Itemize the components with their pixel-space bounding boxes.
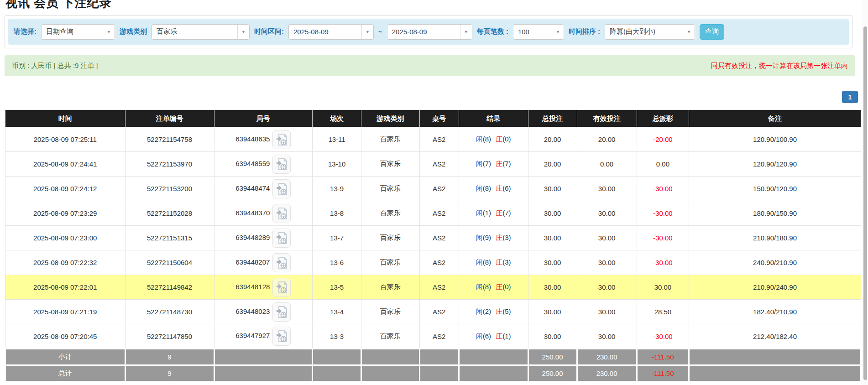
game-category-select[interactable]: 百家乐 ▼ — [152, 24, 250, 40]
cell-round-id: 639448635 — [214, 127, 313, 152]
cell-payout: 0.00 — [637, 152, 689, 177]
cell-total-bet[interactable]: 30.00 — [528, 324, 577, 349]
pagination: 1 — [842, 91, 858, 103]
cell-valid-bet: 30.00 — [577, 324, 637, 349]
video-replay-button[interactable] — [272, 253, 291, 272]
summary-bar: 币别 : 人民币 | 总共 :9 注单 | 同局有效投注，统一计算在该局第一张注… — [5, 55, 855, 76]
cell-total-bet[interactable]: 30.00 — [528, 275, 577, 300]
round-id-text: 639448559 — [235, 159, 270, 167]
result-player-label: 闲 — [476, 160, 483, 167]
chevron-down-icon[interactable]: ▼ — [552, 25, 564, 39]
table-row: 2025-08-09 07:20:45 522721147850 6394479… — [5, 324, 861, 349]
cell-total-bet[interactable]: 30.00 — [528, 177, 577, 201]
round-id-text: 639448289 — [235, 233, 270, 241]
cell-bet-id: 522721153970 — [125, 152, 214, 177]
result-player-count: (7) — [483, 160, 491, 167]
cell-round-id: 639448289 — [214, 226, 313, 250]
cell-total-bet[interactable]: 20.00 — [528, 127, 577, 152]
time-sort-select[interactable]: 降冪(由大到小) ▼ — [605, 24, 695, 40]
cell-session: 13-9 — [313, 177, 361, 201]
chevron-down-icon[interactable]: ▼ — [237, 25, 249, 39]
cell-total-bet[interactable]: 30.00 — [528, 300, 577, 324]
date-from-value: 2025-08-09 — [289, 25, 361, 39]
filter-bar: 请选择: 日期查询 ▼ 游戏类别 百家乐 ▼ 时间区间: 2025-08-09 … — [8, 19, 849, 45]
time-range-label: 时间区间: — [254, 27, 284, 36]
summary-currency-count: 币别 : 人民币 | 总共 :9 注单 | — [12, 62, 98, 70]
cell-note: 182.40/210.90 — [689, 300, 861, 324]
round-id-text: 639448023 — [235, 307, 270, 315]
cell-total-bet[interactable]: 20.00 — [528, 152, 577, 177]
video-replay-button[interactable] — [272, 327, 291, 346]
cell-valid-bet: 0.00 — [577, 152, 637, 177]
cell-note: 210.90/180.90 — [689, 226, 861, 250]
video-replay-button[interactable] — [272, 204, 291, 223]
cell-round-id: 639448207 — [214, 250, 313, 275]
cell-payout: -30.00 — [637, 324, 689, 349]
cell-valid-bet: 30.00 — [577, 300, 637, 324]
cell-note: 120.90/100.90 — [689, 127, 861, 152]
result-banker-label: 庄 — [496, 160, 502, 167]
cell-time: 2025-08-09 07:23:29 — [5, 201, 125, 226]
chevron-down-icon[interactable]: ▼ — [460, 25, 472, 39]
cell-table-no: AS2 — [419, 127, 459, 152]
video-replay-button[interactable] — [272, 155, 291, 174]
table-row: 2025-08-09 07:22:01 522721149842 6394481… — [5, 275, 861, 300]
video-replay-button[interactable] — [272, 130, 291, 149]
table-row: 2025-08-09 07:24:41 522721153970 6394485… — [5, 152, 861, 177]
cell-payout: -30.00 — [637, 226, 689, 250]
cell-note: 210.90/240.90 — [689, 275, 861, 300]
cell-session: 13-6 — [313, 250, 361, 275]
cell-game-category: 百家乐 — [361, 201, 420, 226]
subtotal-valid-bet: 230.00 — [577, 349, 637, 365]
video-replay-button[interactable] — [272, 179, 291, 198]
header-time: 时间 — [5, 110, 125, 127]
video-replay-button[interactable] — [272, 229, 291, 248]
cell-bet-id: 522721150604 — [125, 250, 214, 275]
chevron-down-icon[interactable]: ▼ — [361, 25, 373, 39]
cell-result: 闲(7) 庄(7) — [459, 152, 528, 177]
cell-result: 闲(8) 庄(0) — [459, 275, 528, 300]
round-id-text: 639448207 — [235, 258, 270, 265]
cell-game-category: 百家乐 — [361, 177, 420, 201]
cell-payout: -30.00 — [637, 201, 689, 226]
header-game-category: 游戏类别 — [361, 110, 420, 127]
cell-payout: -30.00 — [637, 250, 689, 275]
search-button[interactable]: 查询 — [700, 24, 724, 40]
scrollbar-thumb[interactable] — [863, 26, 867, 380]
cell-round-id: 639447927 — [214, 324, 313, 349]
table-row: 2025-08-09 07:22:32 522721150604 6394482… — [5, 250, 861, 275]
page-1-button[interactable]: 1 — [842, 91, 858, 103]
cell-result: 闲(8) 庄(3) — [459, 250, 528, 275]
table-row: 2025-08-09 07:25:11 522721154758 6394486… — [5, 127, 861, 152]
page-size-select[interactable]: 100 ▼ — [513, 24, 564, 40]
cell-total-bet[interactable]: 30.00 — [528, 201, 577, 226]
page-size-value: 100 — [513, 25, 552, 39]
cell-session: 13-5 — [313, 275, 361, 300]
header-valid-bet: 有效投注 — [577, 110, 637, 127]
date-from-select[interactable]: 2025-08-09 ▼ — [288, 24, 374, 40]
result-banker-count: (7) — [502, 209, 511, 217]
header-total-bet: 总投注 — [528, 110, 577, 127]
bet-records-table: 时间 注单编号 局号 场次 游戏类别 桌号 结果 总投注 有效投注 总派彩 备注… — [5, 110, 862, 382]
result-player-count: (8) — [483, 184, 491, 192]
cell-total-bet[interactable]: 30.00 — [528, 250, 577, 275]
cell-bet-id: 522721154758 — [125, 127, 214, 152]
cell-total-bet[interactable]: 30.00 — [528, 226, 577, 250]
cell-note: 150.90/120.90 — [689, 177, 861, 201]
chevron-down-icon[interactable]: ▼ — [103, 25, 115, 39]
query-type-select[interactable]: 日期查询 ▼ — [41, 24, 115, 40]
cell-valid-bet: 20.00 — [577, 127, 637, 152]
video-replay-button[interactable] — [272, 278, 291, 297]
result-banker-count: (7) — [502, 160, 511, 167]
round-id-text: 639448128 — [235, 282, 270, 290]
video-replay-button[interactable] — [272, 302, 291, 322]
cell-note: 180.90/150.90 — [689, 201, 861, 226]
cell-valid-bet: 30.00 — [577, 201, 637, 226]
page-size-label: 每页笔数 : — [477, 27, 508, 36]
cell-game-category: 百家乐 — [361, 152, 420, 177]
cell-game-category: 百家乐 — [361, 324, 420, 349]
date-to-select[interactable]: 2025-08-09 ▼ — [387, 24, 472, 40]
chevron-down-icon[interactable]: ▼ — [683, 25, 695, 39]
result-banker-label: 庄 — [496, 258, 502, 266]
header-result: 结果 — [459, 110, 528, 127]
